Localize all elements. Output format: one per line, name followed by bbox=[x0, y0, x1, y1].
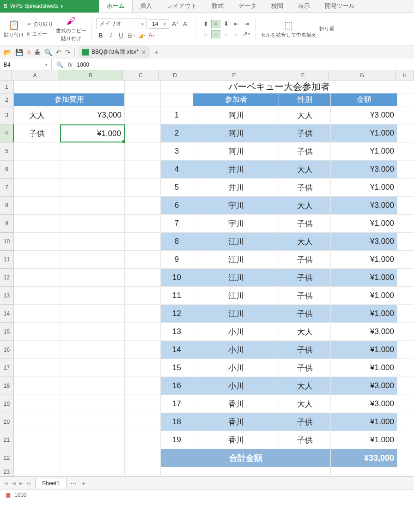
cell[interactable] bbox=[14, 142, 60, 161]
cell[interactable] bbox=[60, 287, 125, 305]
save-icon[interactable]: 💾 bbox=[15, 49, 23, 56]
list-amt[interactable]: ¥1,000 bbox=[331, 215, 397, 233]
cell[interactable] bbox=[14, 395, 60, 413]
cell[interactable] bbox=[14, 197, 60, 215]
list-amt[interactable]: ¥1,000 bbox=[331, 341, 397, 359]
fee-header[interactable]: 参加費用 bbox=[14, 93, 125, 106]
col-header-D[interactable]: D bbox=[159, 70, 191, 80]
list-num[interactable]: 7 bbox=[161, 215, 193, 233]
cell[interactable] bbox=[60, 142, 125, 161]
cell[interactable] bbox=[125, 341, 161, 359]
font-select[interactable]: メイリオ▾ bbox=[96, 19, 147, 29]
row-header-13[interactable]: 13 bbox=[0, 287, 14, 305]
spreadsheet-grid[interactable]: ABCDEFGH 1234567891011121314151617181920… bbox=[0, 70, 414, 476]
row-header-12[interactable]: 12 bbox=[0, 269, 14, 287]
fee-price[interactable]: ¥1,000 bbox=[60, 124, 125, 142]
cell[interactable] bbox=[125, 413, 161, 431]
sheet-nav-prev-icon[interactable]: ◀ bbox=[12, 481, 16, 486]
cell[interactable] bbox=[14, 377, 60, 395]
cell[interactable] bbox=[125, 215, 161, 233]
align-right-icon[interactable]: ≡ bbox=[221, 30, 231, 38]
row-header-18[interactable]: 18 bbox=[0, 377, 14, 395]
list-sex[interactable]: 子供 bbox=[279, 305, 331, 323]
list-num[interactable]: 2 bbox=[161, 124, 193, 142]
list-amt[interactable]: ¥3,000 bbox=[331, 106, 397, 124]
list-amt[interactable]: ¥1,000 bbox=[331, 305, 397, 323]
col-header-E[interactable]: E bbox=[191, 70, 277, 80]
tab-dev[interactable]: 開発ツール bbox=[317, 0, 362, 12]
cell[interactable] bbox=[397, 305, 414, 323]
cell[interactable] bbox=[14, 287, 60, 305]
new-tab-icon[interactable]: ＋ bbox=[153, 48, 160, 56]
col-header-C[interactable]: C bbox=[123, 70, 159, 80]
cell[interactable] bbox=[60, 359, 125, 377]
list-amt[interactable]: ¥1,000 bbox=[331, 431, 397, 449]
wrap-button[interactable]: 折り返 bbox=[319, 25, 335, 32]
cell[interactable] bbox=[125, 395, 161, 413]
list-num[interactable]: 18 bbox=[161, 413, 193, 431]
sheet-nav-last-icon[interactable]: ⏭ bbox=[27, 481, 31, 486]
list-sex[interactable]: 子供 bbox=[279, 431, 331, 449]
fee-label[interactable]: 子供 bbox=[14, 124, 60, 142]
list-num[interactable]: 10 bbox=[161, 269, 193, 287]
cell[interactable] bbox=[397, 251, 414, 269]
list-sex[interactable]: 子供 bbox=[279, 413, 331, 431]
cell[interactable] bbox=[60, 341, 125, 359]
cell[interactable] bbox=[397, 179, 414, 197]
cell[interactable] bbox=[125, 449, 161, 467]
list-sex[interactable]: 子供 bbox=[279, 142, 331, 161]
list-name[interactable]: 江川 bbox=[193, 233, 279, 251]
list-sex[interactable]: 子供 bbox=[279, 251, 331, 269]
cell[interactable] bbox=[14, 215, 60, 233]
cell[interactable] bbox=[125, 179, 161, 197]
sheet-nav-next-icon[interactable]: ▶ bbox=[19, 481, 23, 486]
list-num[interactable]: 16 bbox=[161, 377, 193, 395]
align-center-icon[interactable]: ≡ bbox=[211, 30, 220, 38]
cell[interactable] bbox=[279, 467, 331, 476]
cell[interactable] bbox=[397, 341, 414, 359]
row-header-14[interactable]: 14 bbox=[0, 305, 14, 323]
decrease-font-icon[interactable]: A⁻ bbox=[182, 20, 191, 28]
cell[interactable] bbox=[60, 467, 125, 476]
list-name[interactable]: 宇川 bbox=[193, 197, 279, 215]
tab-formula[interactable]: 数式 bbox=[204, 0, 231, 12]
cell[interactable] bbox=[14, 233, 60, 251]
sheet-nav-first-icon[interactable]: ⏮ bbox=[4, 481, 8, 486]
list-sex[interactable]: 子供 bbox=[279, 269, 331, 287]
cell[interactable] bbox=[397, 431, 414, 449]
list-name[interactable]: 香川 bbox=[193, 395, 279, 413]
select-all-corner[interactable] bbox=[0, 70, 12, 80]
cell[interactable] bbox=[14, 305, 60, 323]
list-num[interactable]: 9 bbox=[161, 251, 193, 269]
italic-icon[interactable]: I bbox=[106, 31, 116, 39]
cell[interactable] bbox=[125, 359, 161, 377]
row-header-10[interactable]: 10 bbox=[0, 233, 14, 251]
row-header-19[interactable]: 19 bbox=[0, 395, 14, 413]
cell[interactable] bbox=[397, 323, 414, 341]
cell[interactable] bbox=[397, 449, 414, 467]
list-amt[interactable]: ¥1,000 bbox=[331, 287, 397, 305]
cell[interactable] bbox=[397, 215, 414, 233]
cell[interactable] bbox=[14, 341, 60, 359]
cell[interactable] bbox=[125, 80, 161, 93]
cell[interactable] bbox=[397, 93, 414, 106]
list-name[interactable]: 小川 bbox=[193, 341, 279, 359]
list-amt[interactable]: ¥3,000 bbox=[331, 377, 397, 395]
cell[interactable] bbox=[125, 287, 161, 305]
row-header-23[interactable]: 23 bbox=[0, 467, 14, 476]
list-num[interactable]: 13 bbox=[161, 323, 193, 341]
cell[interactable] bbox=[60, 395, 125, 413]
row-header-8[interactable]: 8 bbox=[0, 197, 14, 215]
col-header-A[interactable]: A bbox=[12, 70, 58, 80]
list-name[interactable]: 阿川 bbox=[193, 142, 279, 161]
cell[interactable] bbox=[397, 106, 414, 124]
cell[interactable] bbox=[60, 269, 125, 287]
cell[interactable] bbox=[397, 377, 414, 395]
redo-icon[interactable]: ↷ bbox=[65, 49, 71, 56]
cell[interactable] bbox=[125, 305, 161, 323]
cell[interactable] bbox=[125, 377, 161, 395]
name-box[interactable]: B4 ▾ bbox=[0, 59, 52, 70]
fee-label[interactable]: 大人 bbox=[14, 106, 60, 124]
list-num[interactable]: 15 bbox=[161, 359, 193, 377]
list-num[interactable]: 14 bbox=[161, 341, 193, 359]
